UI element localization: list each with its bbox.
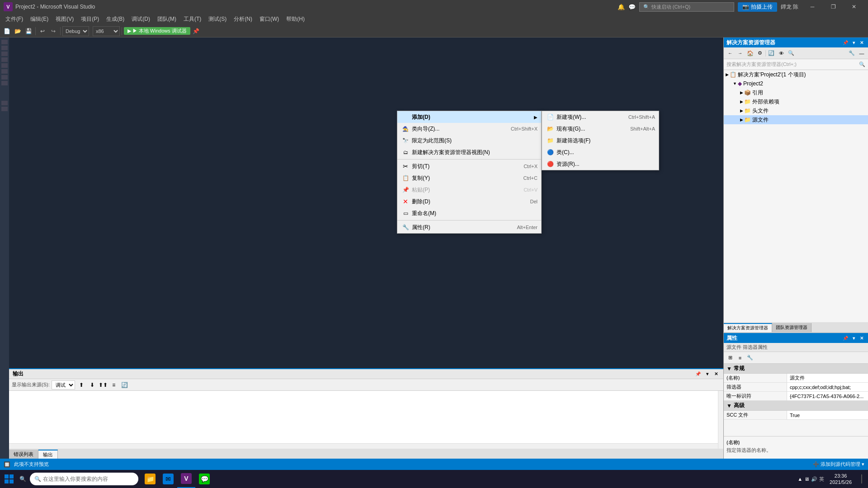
sidebar-icon-3[interactable] — [1, 52, 8, 56]
ctx-item-rename[interactable]: ▭ 重命名(M) — [397, 207, 541, 219]
sidebar-icon-10[interactable] — [1, 107, 8, 111]
sidebar-icon-1[interactable] — [1, 40, 8, 44]
output-btn-2[interactable]: ⬇ — [88, 380, 97, 389]
run-button[interactable]: ▶ ▶ 本地 Windows 调试器 — [124, 27, 190, 35]
sol-settings-button[interactable]: ⚙ — [755, 49, 764, 58]
props-category-button[interactable]: ≡ — [736, 353, 745, 362]
ctx-item-cut[interactable]: ✂ 剪切(T) Ctrl+X — [397, 160, 541, 172]
close-button[interactable]: ✕ — [844, 0, 864, 14]
taskbar-icon-vs[interactable]: V — [177, 470, 195, 488]
props-sort-button[interactable]: ⊞ — [726, 353, 735, 362]
output-btn-4[interactable]: ≡ — [109, 380, 118, 389]
output-h-scrollbar[interactable] — [9, 443, 718, 449]
sub-item-class[interactable]: 🔵 类(C)... — [542, 146, 659, 158]
sub-item-resource[interactable]: 🔴 资源(R)... — [542, 158, 659, 170]
ctx-item-copy[interactable]: 📋 复制(Y) Ctrl+C — [397, 172, 541, 184]
props-value-uid[interactable]: {4FC737F1-C7A5-4376-A066-2... — [787, 392, 868, 400]
sidebar-icon-7[interactable] — [1, 75, 8, 80]
menu-team[interactable]: 团队(M) — [154, 14, 180, 24]
close-panel-button[interactable]: ✕ — [858, 39, 865, 46]
open-file-button[interactable]: 📂 — [13, 26, 23, 36]
taskbar-icon-file-explorer[interactable]: 📁 — [141, 470, 159, 488]
sol-wrench-button[interactable]: 🔧 — [847, 49, 856, 58]
show-desktop-button[interactable] — [857, 470, 866, 488]
tree-item-source[interactable]: ▶ 📁 源文件 — [724, 115, 868, 124]
sidebar-icon-9[interactable] — [1, 101, 8, 105]
cortana-button[interactable]: 🔍 — [18, 474, 27, 483]
sidebar-icon-8[interactable] — [1, 81, 8, 85]
tray-speaker-icon[interactable]: 🔊 — [811, 476, 817, 482]
sub-item-new-item[interactable]: 📄 新建项(W)... Ctrl+Shift+A — [542, 111, 659, 123]
close-output-button[interactable]: ✕ — [712, 371, 720, 378]
save-button[interactable]: 💾 — [24, 26, 33, 36]
sub-item-new-filter[interactable]: 📁 新建筛选项(F) — [542, 135, 659, 146]
debug-mode-select[interactable]: Debug — [62, 26, 89, 36]
pin-panel-button[interactable]: 📌 — [842, 39, 849, 46]
ctx-item-class-wizard[interactable]: 🧙 类向导(Z)... Ctrl+Shift+X — [397, 123, 541, 135]
tree-item-references[interactable]: ▶ 📦 引用 — [724, 88, 868, 97]
tab-error-list[interactable]: 错误列表 — [9, 450, 38, 459]
menu-help[interactable]: 帮助(H) — [283, 14, 308, 24]
output-btn-1[interactable]: ⬆ — [77, 380, 86, 389]
tree-item-headers[interactable]: ▶ 📁 头文件 — [724, 106, 868, 115]
menu-build[interactable]: 生成(B) — [103, 14, 128, 24]
props-value-scc[interactable]: True — [787, 411, 868, 419]
menu-test[interactable]: 测试(S) — [205, 14, 230, 24]
pin-props-button[interactable]: 📌 — [842, 334, 849, 342]
undo-button[interactable]: ↩ — [38, 26, 47, 36]
tab-output[interactable]: 输出 — [38, 450, 58, 459]
tree-item-external-deps[interactable]: ▶ 📁 外部依赖项 — [724, 97, 868, 106]
project-item[interactable]: ▼ ◆ Project2 — [724, 79, 868, 88]
output-menu-button[interactable]: ▾ — [703, 371, 711, 378]
taskbar-icon-mail[interactable]: ✉ — [159, 470, 177, 488]
props-value-name[interactable]: 源文件 — [787, 374, 868, 382]
menu-file[interactable]: 文件(F) — [2, 14, 27, 24]
panel-menu-button[interactable]: ▾ — [850, 39, 857, 46]
ctx-item-add[interactable]: 添加(D) ▶ — [397, 111, 541, 123]
menu-analyze[interactable]: 分析(N) — [230, 14, 256, 24]
pin-button[interactable]: 📌 — [191, 26, 201, 36]
solution-root-item[interactable]: ▶ 📋 解决方案'Project2'(1 个项目) — [724, 70, 868, 79]
new-file-button[interactable]: 📄 — [2, 26, 12, 36]
tab-solution-explorer[interactable]: 解决方案资源管理器 — [724, 323, 772, 332]
ctx-item-new-view[interactable]: 🗂 新建解决方案资源管理器视图(N) — [397, 146, 541, 158]
menu-tools[interactable]: 工具(T) — [180, 14, 205, 24]
close-props-button[interactable]: ✕ — [858, 334, 865, 342]
sol-back-button[interactable]: ← — [726, 49, 735, 58]
notification-icon[interactable]: 🔔 — [618, 4, 625, 10]
menu-window[interactable]: 窗口(W) — [256, 14, 283, 24]
sidebar-icon-5[interactable] — [1, 63, 8, 68]
add-to-vcs-button[interactable]: ➕ 添加到源代码管理 ▾ — [813, 461, 864, 467]
start-button[interactable] — [0, 470, 18, 488]
feedback-icon[interactable]: 💬 — [628, 4, 636, 10]
sidebar-icon-4[interactable] — [1, 57, 8, 62]
sidebar-icon-6[interactable] — [1, 69, 8, 74]
menu-debug[interactable]: 调试(D) — [128, 14, 154, 24]
ctx-item-delete[interactable]: ✕ 删除(D) Del — [397, 196, 541, 207]
sol-home-button[interactable]: 🏠 — [745, 49, 755, 58]
upload-button[interactable]: 📷 拍摄上传 — [738, 2, 777, 12]
output-source-select[interactable]: 调试 — [52, 380, 75, 389]
props-menu-button[interactable]: ▾ — [850, 334, 857, 342]
tray-network-icon[interactable]: 🖥 — [804, 476, 809, 482]
tab-team-explorer[interactable]: 团队资源管理器 — [772, 323, 811, 332]
clock[interactable]: 23:36 2021/5/26 — [826, 473, 855, 486]
sub-item-existing[interactable]: 📂 现有项(G)... Shift+Alt+A — [542, 123, 659, 135]
props-wrench-button[interactable]: 🔧 — [745, 353, 755, 362]
redo-button[interactable]: ↪ — [48, 26, 58, 36]
sol-close-button[interactable]: — — [857, 49, 866, 58]
tray-up-icon[interactable]: ▲ — [797, 476, 802, 482]
output-btn-3[interactable]: ⬆⬆ — [99, 380, 108, 389]
restore-button[interactable]: ❐ — [823, 0, 844, 14]
ctx-item-properties[interactable]: 🔧 属性(R) Alt+Enter — [397, 221, 541, 233]
taskbar-search[interactable]: 🔍 在这里输入你要搜索的内容 — [30, 473, 138, 485]
sol-filter-button[interactable]: 🔍 — [787, 49, 796, 58]
ctx-item-scope[interactable]: 🔭 限定为此范围(S) — [397, 135, 541, 146]
taskbar-icon-wechat[interactable]: 💬 — [195, 470, 213, 488]
minimize-button[interactable]: ─ — [802, 0, 823, 14]
menu-view[interactable]: 视图(V) — [52, 14, 77, 24]
sidebar-icon-2[interactable] — [1, 46, 8, 50]
props-value-filter[interactable]: cpp;c;cxx;def;odl;idl;hpj;bat; — [787, 383, 868, 391]
arch-select[interactable]: x86 — [93, 26, 120, 36]
sol-forward-button[interactable]: → — [736, 49, 745, 58]
